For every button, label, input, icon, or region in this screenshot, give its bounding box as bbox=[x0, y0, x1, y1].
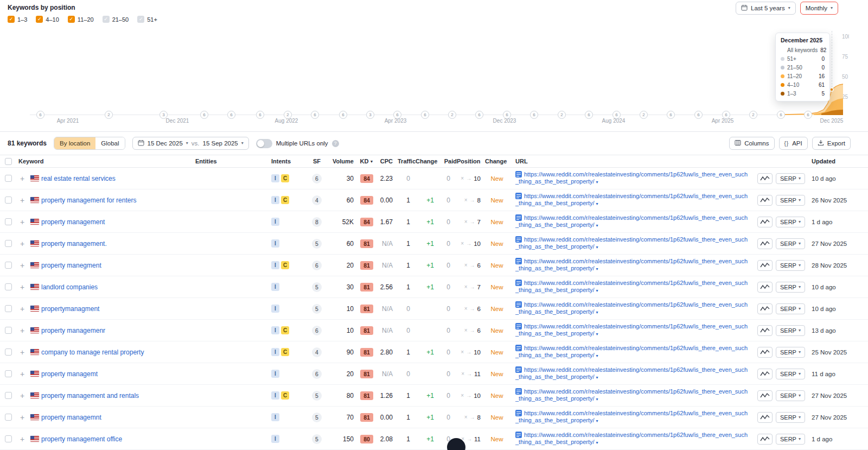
expand-plus-icon[interactable]: + bbox=[16, 239, 28, 248]
position-history-chart-button[interactable] bbox=[757, 369, 773, 379]
keyword-link[interactable]: company to manage rental property bbox=[41, 348, 195, 356]
segment-by-location[interactable]: By location bbox=[54, 137, 95, 149]
serp-button[interactable]: SERP ▾ bbox=[776, 390, 805, 401]
position-history-chart-button[interactable] bbox=[757, 195, 773, 206]
row-checkbox[interactable] bbox=[5, 175, 12, 182]
timeline-event-marker[interactable]: 6 bbox=[311, 111, 319, 119]
date-range-button[interactable]: Last 5 years ▾ bbox=[736, 2, 796, 15]
url-link[interactable]: https://www.reddit.com/r/realestateinves… bbox=[515, 171, 748, 185]
timeline-event-marker[interactable]: 6 bbox=[503, 111, 511, 119]
url-link[interactable]: https://www.reddit.com/r/realestateinves… bbox=[515, 323, 748, 337]
url-dropdown-caret[interactable]: ▾ bbox=[596, 375, 598, 380]
url-cell[interactable]: https://www.reddit.com/r/realestateinves… bbox=[509, 364, 754, 383]
url-dropdown-caret[interactable]: ▾ bbox=[596, 332, 598, 337]
timeline-event-marker[interactable]: 2 bbox=[640, 111, 648, 119]
col-header-kd[interactable]: KD▼ bbox=[357, 158, 376, 164]
position-history-chart-button[interactable] bbox=[757, 390, 773, 401]
serp-button[interactable]: SERP ▾ bbox=[776, 369, 805, 379]
url-link[interactable]: https://www.reddit.com/r/realestateinves… bbox=[515, 366, 748, 380]
keyword-link[interactable]: property manegment bbox=[41, 262, 195, 269]
col-header-change2[interactable]: Change bbox=[485, 158, 509, 164]
timeline-event-marker[interactable]: 6 bbox=[722, 111, 730, 119]
timeline-event-marker[interactable]: 6 bbox=[421, 111, 429, 119]
serp-button[interactable]: SERP ▾ bbox=[776, 412, 805, 423]
keyword-link[interactable]: property management bbox=[41, 218, 195, 226]
col-header-traffic[interactable]: Traffic bbox=[396, 158, 416, 164]
expand-plus-icon[interactable]: + bbox=[16, 218, 28, 226]
keyword-link[interactable]: property management office bbox=[41, 435, 195, 443]
date-compare-control[interactable]: 15 Dec 2025 ▾ vs. 15 Sep 2025 ▾ bbox=[132, 137, 249, 150]
keyword-link[interactable]: property management. bbox=[41, 240, 195, 248]
serp-button[interactable]: SERP ▾ bbox=[776, 434, 805, 445]
url-cell[interactable]: https://www.reddit.com/r/realestateinves… bbox=[509, 191, 754, 210]
position-history-chart-button[interactable] bbox=[757, 412, 773, 423]
keyword-link[interactable]: property managemt bbox=[41, 370, 195, 378]
serp-button[interactable]: SERP ▾ bbox=[776, 217, 805, 227]
expand-plus-icon[interactable]: + bbox=[16, 283, 28, 291]
col-header-position[interactable]: Position bbox=[457, 158, 485, 164]
serp-button[interactable]: SERP ▾ bbox=[776, 325, 805, 336]
keyword-link[interactable]: propertymanagment bbox=[41, 305, 195, 313]
url-link[interactable]: https://www.reddit.com/r/realestateinves… bbox=[515, 432, 748, 445]
expand-plus-icon[interactable]: + bbox=[16, 413, 28, 422]
url-dropdown-caret[interactable]: ▾ bbox=[596, 419, 598, 423]
timeline-event-marker[interactable]: 6 bbox=[530, 111, 538, 119]
keyword-link[interactable]: real estate rental services bbox=[41, 175, 195, 182]
url-cell[interactable]: https://www.reddit.com/r/realestateinves… bbox=[509, 299, 754, 318]
position-filter-checkbox[interactable]: ✓ bbox=[68, 16, 75, 23]
keyword-link[interactable]: property managemenr bbox=[41, 327, 195, 334]
timeline-event-marker[interactable]: 6 bbox=[475, 111, 483, 119]
serp-button[interactable]: SERP ▾ bbox=[776, 347, 805, 358]
url-cell[interactable]: https://www.reddit.com/r/realestateinves… bbox=[509, 169, 754, 188]
position-filter[interactable]: ✓ 4–10 bbox=[36, 16, 59, 23]
col-header-updated[interactable]: Updated bbox=[807, 158, 868, 164]
timeline-event-marker[interactable]: 6 bbox=[339, 111, 347, 119]
url-cell[interactable]: https://www.reddit.com/r/realestateinves… bbox=[509, 429, 754, 448]
expand-plus-icon[interactable]: + bbox=[16, 305, 28, 313]
col-header-paid[interactable]: Paid bbox=[439, 158, 457, 164]
col-header-url[interactable]: URL bbox=[509, 158, 754, 164]
url-link[interactable]: https://www.reddit.com/r/realestateinves… bbox=[515, 214, 748, 228]
segment-global[interactable]: Global bbox=[95, 137, 124, 149]
row-checkbox[interactable] bbox=[5, 262, 12, 269]
url-dropdown-caret[interactable]: ▾ bbox=[596, 310, 598, 315]
row-checkbox[interactable] bbox=[5, 435, 12, 442]
row-checkbox[interactable] bbox=[5, 414, 12, 421]
date-to[interactable]: 15 Sep 2025 bbox=[203, 140, 238, 147]
keyword-link[interactable]: property managemnt bbox=[41, 414, 195, 421]
timeline-event-marker[interactable]: 6 bbox=[227, 111, 235, 119]
api-button[interactable]: {} API bbox=[779, 137, 808, 150]
col-header-change[interactable]: Change bbox=[416, 158, 439, 164]
timeline-event-marker[interactable]: 2 bbox=[749, 111, 757, 119]
position-filter-checkbox[interactable]: ✓ bbox=[103, 16, 110, 23]
serp-button[interactable]: SERP ▾ bbox=[776, 282, 805, 293]
position-filter[interactable]: ✓ 21–50 bbox=[103, 16, 129, 23]
position-history-chart-button[interactable] bbox=[757, 217, 773, 227]
timeline-event-marker[interactable]: 3 bbox=[366, 111, 374, 119]
row-checkbox[interactable] bbox=[5, 218, 12, 225]
timeline-event-marker[interactable]: 6 bbox=[694, 111, 703, 119]
col-header-volume[interactable]: Volume bbox=[329, 158, 357, 164]
keyword-link[interactable]: landlord companies bbox=[41, 283, 195, 291]
timeline-event-marker[interactable]: 6 bbox=[36, 111, 44, 119]
expand-plus-icon[interactable]: + bbox=[16, 174, 28, 183]
url-dropdown-caret[interactable]: ▾ bbox=[596, 245, 598, 250]
timeline-event-marker[interactable]: 2 bbox=[448, 111, 456, 119]
position-filter[interactable]: ✓ 51+ bbox=[137, 16, 157, 23]
position-history-chart-button[interactable] bbox=[757, 260, 773, 271]
timeline-event-marker[interactable]: 6 bbox=[777, 111, 785, 119]
serp-button[interactable]: SERP ▾ bbox=[776, 195, 805, 206]
expand-plus-icon[interactable]: + bbox=[16, 348, 28, 357]
row-checkbox[interactable] bbox=[5, 240, 12, 247]
col-header-intents[interactable]: Intents bbox=[271, 158, 305, 164]
url-link[interactable]: https://www.reddit.com/r/realestateinves… bbox=[515, 258, 748, 271]
timeline-event-marker[interactable]: 6 bbox=[667, 111, 675, 119]
url-dropdown-caret[interactable]: ▾ bbox=[596, 267, 598, 271]
url-dropdown-caret[interactable]: ▾ bbox=[596, 353, 598, 358]
expand-plus-icon[interactable]: + bbox=[16, 261, 28, 270]
position-history-chart-button[interactable] bbox=[757, 303, 773, 314]
expand-plus-icon[interactable]: + bbox=[16, 391, 28, 400]
row-checkbox[interactable] bbox=[5, 392, 12, 399]
url-cell[interactable]: https://www.reddit.com/r/realestateinves… bbox=[509, 321, 754, 340]
url-link[interactable]: https://www.reddit.com/r/realestateinves… bbox=[515, 236, 748, 250]
